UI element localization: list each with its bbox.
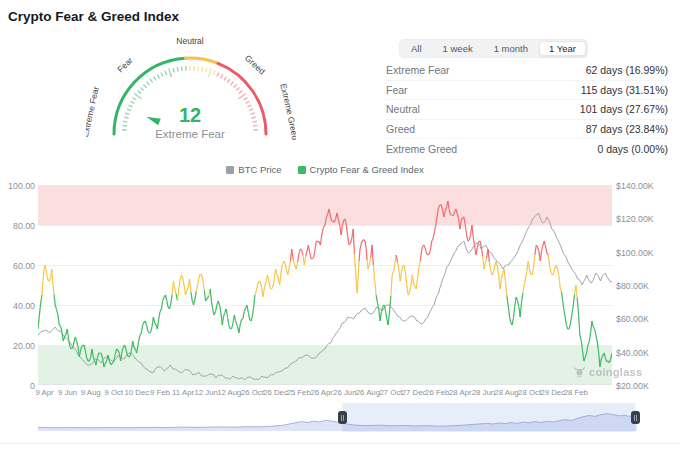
gauge-value-label: Extreme Fear <box>155 128 225 140</box>
x-axis-label: 10 Dec <box>125 388 150 397</box>
x-axis-label: 26 Dec <box>263 388 288 397</box>
gauge-tick <box>177 67 178 71</box>
gauge-tick <box>150 79 153 83</box>
gauge-tick <box>198 67 199 71</box>
legend-item[interactable]: Crypto Fear & Greed Index <box>298 164 424 175</box>
x-axis-label: 28 Feb <box>564 388 588 397</box>
gauge-tick <box>123 125 127 126</box>
gauge-needle <box>146 117 160 125</box>
legend-swatch-icon <box>226 166 234 174</box>
gauge-tick <box>227 79 230 83</box>
y-axis-right: $140.00K$120.00K$100.00K$80.00K$60.00K$4… <box>616 185 676 385</box>
stat-label: Extreme Greed <box>386 143 457 155</box>
x-axis-label: 26 Feb <box>425 388 449 397</box>
tab-1-week[interactable]: 1 week <box>433 41 483 56</box>
gauge-tick <box>130 101 134 103</box>
watermark-text: coinglass <box>589 366 642 378</box>
stat-label: Extreme Fear <box>386 64 450 76</box>
tab-1-year[interactable]: 1 Year <box>539 41 586 56</box>
x-axis-label: 27 Oct <box>380 388 403 397</box>
y-axis-left-label: 80.00 <box>13 221 35 231</box>
range-navigator <box>38 403 637 432</box>
stats-table: Extreme Fear62 days (16.99%)Fear115 days… <box>386 61 668 158</box>
gauge-tick <box>161 72 163 76</box>
gauge-tick <box>230 82 233 85</box>
gauge-tick <box>253 125 257 126</box>
coinglass-watermark: coinglass <box>573 366 642 378</box>
gauge-scale-label: Extreme Greed <box>278 83 296 142</box>
x-axis-label: 28 Aug <box>494 388 518 397</box>
fear-greed-gauge: Extreme FearFearNeutralGreedExtreme Gree… <box>86 34 296 158</box>
stat-label: Greed <box>386 123 415 135</box>
stat-row: Greed87 days (23.84%) <box>386 120 668 140</box>
x-axis-label: 11 Apr <box>172 388 194 397</box>
gauge-tick <box>140 87 143 90</box>
gauge-tick <box>123 121 127 122</box>
x-axis-label: 9 Apr <box>35 388 53 397</box>
stat-row: Extreme Greed0 days (0.00%) <box>386 139 668 158</box>
stat-value: 0 days (0.00%) <box>597 143 668 155</box>
x-axis-label: 9 Aug <box>81 388 101 397</box>
main-chart-area: coinglass <box>38 185 612 385</box>
gauge-tick <box>133 98 137 100</box>
x-axis-label: 26 Jun <box>333 388 356 397</box>
fear-greed-btc-chart[interactable] <box>38 185 612 385</box>
handle-grip <box>634 415 635 421</box>
gauge-scale-label: Greed <box>243 53 267 77</box>
legend-label: BTC Price <box>238 164 281 175</box>
x-axis-label: 9 Oct <box>104 388 123 397</box>
gauge-tick <box>147 82 150 85</box>
x-axis-label: 28 Oct <box>518 388 541 397</box>
gauge-tick <box>239 91 242 94</box>
tab-1-month[interactable]: 1 month <box>484 41 538 56</box>
y-axis-left-label: 60.00 <box>13 261 35 271</box>
y-axis-left-label: 100.00 <box>8 181 35 191</box>
stat-label: Neutral <box>386 103 420 115</box>
gauge-tick <box>250 113 254 114</box>
gauge-tick <box>173 68 174 72</box>
handle-grip <box>636 415 637 421</box>
y-axis-left-label: 0 <box>30 381 35 391</box>
gauge-tick <box>165 71 167 75</box>
y-axis-right-label: $140.00K <box>616 181 654 191</box>
gauge-tick <box>143 84 146 87</box>
x-axis-label: 28 Apr <box>449 388 472 397</box>
gauge-tick <box>247 105 251 107</box>
gauge-tick <box>169 68 172 77</box>
x-axis-label: 9 Feb <box>150 388 170 397</box>
gauge-scale-label: Extreme Fear <box>86 85 101 138</box>
stat-value: 87 days (23.84%) <box>586 123 668 135</box>
gauge-scale-label: Fear <box>115 55 135 74</box>
x-axis-label: 9 Jun <box>58 388 77 397</box>
gauge-tick <box>125 113 129 114</box>
handle-grip <box>343 415 344 421</box>
gauge-tick <box>124 117 128 118</box>
tab-all[interactable]: All <box>401 41 432 56</box>
y-axis-left: 100.0080.0060.0040.0020.000 <box>4 185 35 385</box>
legend-item[interactable]: BTC Price <box>226 164 281 175</box>
x-axis-label: 12 Aug <box>217 388 241 397</box>
gauge-tick <box>246 101 250 103</box>
gauge-tick <box>239 93 246 98</box>
x-axis-label: 26 Apr <box>310 388 333 397</box>
x-axis-label: 27 Dec <box>402 388 427 397</box>
gauge-tick <box>202 67 203 71</box>
x-axis: 9 Apr9 Jun9 Aug9 Oct10 Dec9 Feb11 Apr12 … <box>38 388 638 400</box>
coinglass-bull-icon <box>573 366 586 378</box>
stat-row: Extreme Fear62 days (16.99%) <box>386 61 668 81</box>
gauge-tick <box>249 109 253 111</box>
gauge-tick <box>233 84 236 87</box>
left-range-handle[interactable] <box>338 411 347 424</box>
gauge-tick <box>236 87 239 90</box>
stat-value: 101 days (27.67%) <box>580 103 668 115</box>
gauge-tick <box>252 121 256 122</box>
gauge-tick <box>209 68 212 77</box>
gauge-tick <box>244 98 248 100</box>
gauge-tick <box>127 109 131 111</box>
gauge-tick <box>252 117 256 118</box>
right-range-handle[interactable] <box>631 411 640 424</box>
gauge-scale-label: Neutral <box>176 36 204 46</box>
gauge-tick <box>157 74 159 78</box>
x-axis-label: 12 Jun <box>194 388 217 397</box>
handle-grip <box>341 415 342 421</box>
